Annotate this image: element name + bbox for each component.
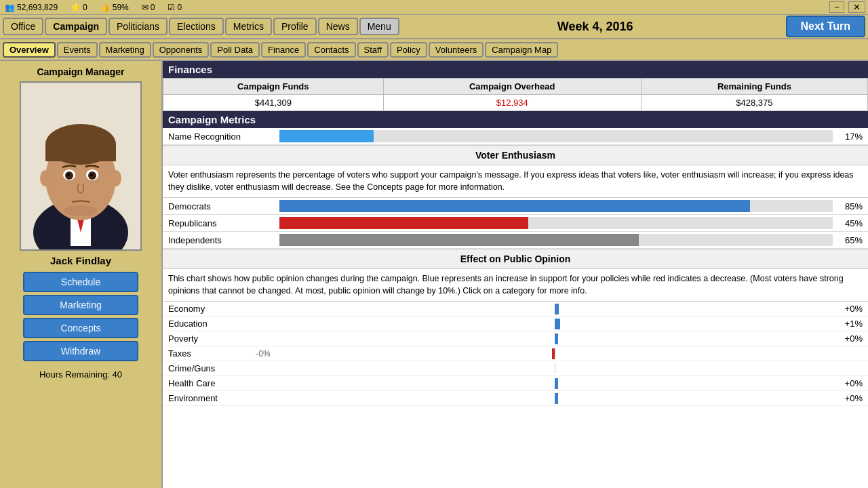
crime-guns-bar-container [277,363,832,374]
thumbs-icon: 👍 [100,3,111,12]
environment-row[interactable]: Environment +0% [163,391,868,406]
independents-bar-container [279,234,833,246]
poverty-pct: +0% [832,333,863,344]
name-recognition-bar-container [279,130,833,142]
avatar [20,81,142,251]
next-turn-button[interactable]: Next Turn [786,16,865,37]
tasks-stat: ☑ 0 [165,3,182,12]
people-icon: 👥 [5,3,15,12]
manager-title: Campaign Manager [37,66,124,77]
finance-table: Campaign Funds Campaign Overhead Remaini… [163,78,868,111]
independents-pct: 65% [835,235,863,245]
subnav-overview[interactable]: Overview [3,42,56,58]
economy-pct: +0% [832,304,863,314]
democrats-pct: 85% [835,201,863,211]
nav-news[interactable]: News [318,18,358,35]
health-care-bar-container [277,378,832,389]
name-recognition-pct: 17% [835,131,863,142]
health-care-label: Health Care [168,378,250,388]
poverty-row[interactable]: Poverty +0% [163,331,868,346]
health-care-pct: +0% [832,378,863,388]
effect-opinion-title: Effect on Public Opinion [163,249,868,269]
concepts-button[interactable]: Concepts [23,318,138,338]
republicans-row[interactable]: Republicans 45% [163,215,868,232]
col-campaign-funds: Campaign Funds [163,79,384,95]
environment-bar-container [277,393,832,404]
subnav-campaign-map[interactable]: Campaign Map [485,42,558,58]
democrats-bar [279,200,750,212]
environment-bar-pos [555,393,558,404]
menu-button[interactable]: Menu [359,18,399,35]
economy-bar-container [277,304,832,314]
poverty-bar-pos [555,333,558,344]
republicans-bar-container [279,217,833,229]
mail-icon: ✉ [142,3,149,12]
economy-row[interactable]: Economy +0% [163,302,868,317]
schedule-button[interactable]: Schedule [23,272,138,292]
education-label: Education [168,319,250,329]
education-bar-container [277,319,832,329]
name-recognition-label: Name Recognition [168,131,277,142]
independents-label: Independents [168,235,277,245]
stars-stat: ⭐ 0 [68,3,87,12]
minimize-button[interactable]: − [829,1,844,13]
name-recognition-row[interactable]: Name Recognition 17% [163,128,868,145]
nav-elections[interactable]: Elections [169,18,224,35]
crime-guns-row[interactable]: Crime/Guns [163,361,868,376]
main-content-panel: Finances Campaign Funds Campaign Overhea… [163,61,868,488]
democrats-row[interactable]: Democrats 85% [163,198,868,215]
economy-bar-pos [555,304,559,314]
subnav-finance[interactable]: Finance [261,42,306,58]
nav-metrics[interactable]: Metrics [225,18,272,35]
week-label: Week 4, 2016 [405,20,786,34]
remaining-funds-value: $428,375 [641,95,867,111]
svg-point-15 [90,174,93,176]
taxes-bar-container [277,348,832,359]
independents-row[interactable]: Independents 65% [163,232,868,249]
health-care-row[interactable]: Health Care +0% [163,376,868,391]
col-remaining-funds: Remaining Funds [641,79,867,95]
republicans-label: Republicans [168,218,277,228]
education-row[interactable]: Education +1% [163,317,868,331]
subnav-opponents[interactable]: Opponents [153,42,210,58]
messages-stat: ✉ 0 [140,3,155,12]
voter-enthusiasm-desc: Voter enthusiasm represents the percenta… [163,165,868,198]
subnav-events[interactable]: Events [57,42,98,58]
nav-politicians[interactable]: Politicians [108,18,167,35]
marketing-button[interactable]: Marketing [23,295,138,315]
name-recognition-bar [279,130,374,142]
crime-guns-label: Crime/Guns [168,363,250,373]
poverty-bar-container [277,333,832,344]
finances-header: Finances [163,61,868,78]
campaign-funds-value: $441,309 [163,95,384,111]
withdraw-button[interactable]: Withdraw [23,341,138,361]
republicans-bar [279,217,528,229]
manager-name: Jack Findlay [50,255,111,266]
environment-pct: +0% [832,393,863,403]
subnav-contacts[interactable]: Contacts [307,42,355,58]
education-pct: +1% [832,319,863,329]
subnav-volunteers[interactable]: Volunteers [429,42,484,58]
close-button[interactable]: ✕ [848,1,865,13]
nav-office[interactable]: Office [3,18,43,35]
taxes-label: Taxes [168,348,250,359]
metrics-header: Campaign Metrics [163,111,868,128]
approval-stat: 👍 59% [98,3,129,12]
subnav-policy[interactable]: Policy [390,42,427,58]
independents-bar [279,234,639,246]
economy-label: Economy [168,304,250,314]
taxes-row[interactable]: Taxes -0% [163,346,868,361]
republicans-pct: 45% [835,218,863,228]
svg-rect-7 [45,144,116,161]
campaign-overhead-value: $12,934 [383,95,641,111]
subnav-marketing[interactable]: Marketing [99,42,151,58]
svg-point-9 [111,170,121,186]
svg-point-14 [67,174,70,176]
population-stat: 👥 52,693,829 [3,3,58,12]
subnav-staff[interactable]: Staff [357,42,389,58]
nav-campaign[interactable]: Campaign [45,18,107,35]
nav-profile[interactable]: Profile [273,18,317,35]
voter-enthusiasm-title: Voter Enthusiasm [163,145,868,165]
finance-row: $441,309 $12,934 $428,375 [163,95,868,111]
subnav-polldata[interactable]: Poll Data [210,42,260,58]
